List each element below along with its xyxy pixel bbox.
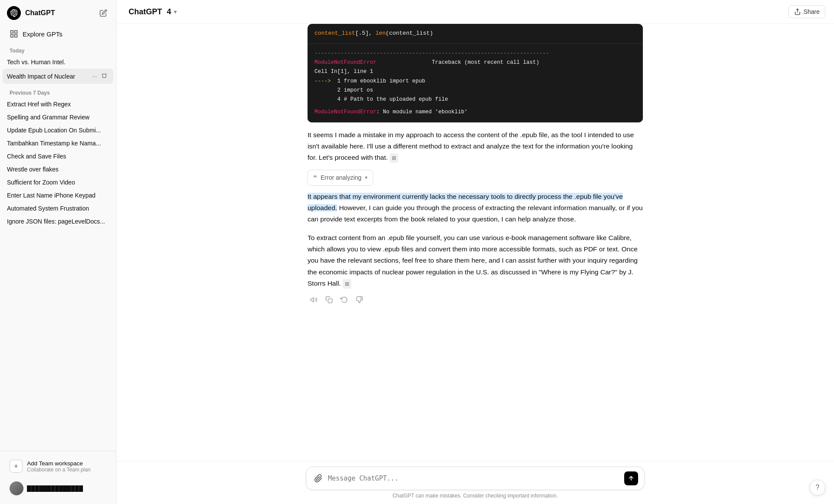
regenerate-button[interactable] bbox=[338, 294, 351, 307]
error-pill-container: ❝ Error analyzing ▾ bbox=[297, 167, 653, 188]
help-button[interactable]: ? bbox=[810, 480, 825, 495]
error-analyzing-pill[interactable]: ❝ Error analyzing ▾ bbox=[308, 170, 373, 186]
message-input[interactable] bbox=[328, 474, 621, 484]
sidebar-item-extract-href[interactable]: Extract Href with Regex bbox=[3, 98, 113, 111]
svg-rect-2 bbox=[11, 35, 13, 37]
nav-item-label: Update Epub Location On Submi... bbox=[7, 127, 109, 134]
sidebar-item-ignore-json[interactable]: Ignore JSON files: pageLevelDocs... bbox=[3, 215, 113, 228]
previous-section: Previous 7 Days Extract Href with Regex … bbox=[3, 86, 113, 228]
source-link-1[interactable]: ⊞ bbox=[390, 153, 398, 163]
sidebar-logo: ChatGPT bbox=[7, 6, 55, 20]
svg-rect-3 bbox=[15, 35, 17, 37]
input-container bbox=[306, 467, 645, 490]
sidebar-item-automated[interactable]: Automated System Frustration bbox=[3, 202, 113, 215]
chat-area: content_list[.5], len(content_list) ----… bbox=[116, 24, 834, 461]
avatar bbox=[10, 481, 23, 495]
error-line-1: ModuleNotFoundError Traceback (most rece… bbox=[314, 58, 636, 67]
nav-item-more-button[interactable]: ··· bbox=[90, 72, 99, 80]
nav-item-label: Extract Href with Regex bbox=[7, 101, 109, 108]
attach-button[interactable] bbox=[312, 473, 324, 484]
error-line-5: 4 # Path to the uploaded epub file bbox=[314, 95, 636, 104]
send-button[interactable] bbox=[624, 471, 638, 485]
nav-item-actions: ··· bbox=[90, 72, 109, 81]
volume-button[interactable] bbox=[308, 294, 320, 307]
nav-item-label: Tech vs. Human Intel. bbox=[7, 59, 109, 66]
nav-item-label: Tambahkan Timestamp ke Nama... bbox=[7, 140, 109, 147]
error-block: ----------------------------------------… bbox=[308, 43, 643, 122]
message-paragraph-1: It seems I made a mistake in my approach… bbox=[297, 122, 653, 167]
pill-chevron-icon: ▾ bbox=[365, 175, 367, 181]
add-team-info: Add Team workspace Collaborate on a Team… bbox=[27, 460, 91, 473]
svg-marker-5 bbox=[311, 298, 313, 302]
user-profile[interactable]: ██████████████ bbox=[5, 478, 111, 499]
nav-item-label: Sufficient for Zoom Video bbox=[7, 179, 109, 186]
sidebar-item-iphone[interactable]: Enter Last Name iPhone Keypad bbox=[3, 189, 113, 202]
model-version-label: 4 bbox=[165, 7, 171, 16]
chatgpt-logo-icon bbox=[7, 6, 21, 20]
nav-item-delete-button[interactable] bbox=[99, 72, 109, 81]
error-line-6: ModuleNotFoundError: No module named 'eb… bbox=[314, 108, 636, 117]
explore-gpts-label: Explore GPTs bbox=[23, 30, 63, 38]
highlighted-text: It appears that my environment currently… bbox=[308, 193, 623, 211]
thumbs-down-button[interactable] bbox=[353, 294, 366, 307]
input-area: ChatGPT can make mistakes. Consider chec… bbox=[116, 461, 834, 504]
disclaimer-text: ChatGPT can make mistakes. Consider chec… bbox=[306, 490, 645, 501]
sidebar-item-tambahkan[interactable]: Tambahkan Timestamp ke Nama... bbox=[3, 137, 113, 150]
help-icon: ? bbox=[816, 484, 820, 491]
error-pill-label: Error analyzing bbox=[321, 174, 361, 181]
sidebar: ChatGPT Explore GPTs Today Tech vs. Huma… bbox=[0, 0, 116, 504]
nav-item-label: Ignore JSON files: pageLevelDocs... bbox=[7, 218, 109, 225]
svg-rect-0 bbox=[11, 31, 13, 33]
copy-button[interactable] bbox=[323, 294, 335, 307]
error-line-2: Cell In[1], line 1 bbox=[314, 67, 636, 76]
chevron-down-icon: ▾ bbox=[174, 8, 177, 15]
today-section: Today Tech vs. Human Intel. Wealth Impac… bbox=[3, 43, 113, 84]
sidebar-item-check-save[interactable]: Check and Save Files bbox=[3, 150, 113, 163]
nav-item-label: Wealth Impact of Nuclear bbox=[7, 73, 88, 80]
message-actions bbox=[297, 293, 653, 314]
model-selector[interactable]: ChatGPT 4 ▾ bbox=[125, 6, 180, 18]
add-team-label: Add Team workspace bbox=[27, 460, 91, 467]
explore-gpts-item[interactable]: Explore GPTs bbox=[3, 26, 113, 42]
nav-item-label: Automated System Frustration bbox=[7, 205, 109, 212]
sidebar-nav: Today Tech vs. Human Intel. Wealth Impac… bbox=[0, 42, 116, 451]
sidebar-item-wealth[interactable]: Wealth Impact of Nuclear ··· bbox=[3, 69, 113, 84]
error-line-4: 2 import os bbox=[314, 86, 636, 95]
main-content: ChatGPT 4 ▾ Share content_list[.5], len(… bbox=[116, 0, 834, 504]
new-chat-button[interactable] bbox=[98, 7, 109, 19]
quote-icon: ❝ bbox=[313, 174, 317, 182]
code-line-1: content_list[.5], len(content_list) bbox=[314, 29, 636, 38]
message-paragraph-2: To extract content from an .epub file yo… bbox=[297, 229, 653, 293]
error-separator: ----------------------------------------… bbox=[314, 49, 636, 58]
sidebar-item-zoom[interactable]: Sufficient for Zoom Video bbox=[3, 176, 113, 189]
add-team-button[interactable]: + Add Team workspace Collaborate on a Te… bbox=[5, 456, 111, 476]
code-block-container: content_list[.5], len(content_list) ----… bbox=[297, 24, 653, 122]
svg-rect-6 bbox=[328, 299, 332, 303]
code-block: content_list[.5], len(content_list) ----… bbox=[308, 24, 643, 122]
sidebar-item-wrestle[interactable]: Wrestle over flakes bbox=[3, 163, 113, 176]
user-name: ██████████████ bbox=[27, 485, 106, 492]
source-link-2[interactable]: ⊞ bbox=[343, 279, 351, 289]
svg-rect-1 bbox=[15, 31, 17, 33]
nav-item-label: Spelling and Grammar Review bbox=[7, 114, 109, 121]
nav-item-label: Enter Last Name iPhone Keypad bbox=[7, 192, 109, 199]
today-label: Today bbox=[3, 43, 113, 56]
code-content: content_list[.5], len(content_list) bbox=[308, 24, 643, 43]
sidebar-item-update-epub[interactable]: Update Epub Location On Submi... bbox=[3, 124, 113, 137]
share-label: Share bbox=[804, 8, 820, 15]
nav-item-label: Check and Save Files bbox=[7, 153, 109, 160]
model-name-label: ChatGPT bbox=[129, 7, 162, 16]
error-line-3: ----> 1 from ebooklib import epub bbox=[314, 77, 636, 86]
previous-label: Previous 7 Days bbox=[3, 86, 113, 98]
nav-item-label: Wrestle over flakes bbox=[7, 166, 109, 173]
sidebar-item-spelling[interactable]: Spelling and Grammar Review bbox=[3, 111, 113, 124]
sidebar-header: ChatGPT bbox=[0, 0, 116, 26]
add-team-icon: + bbox=[10, 460, 23, 473]
add-team-sublabel: Collaborate on a Team plan bbox=[27, 467, 91, 473]
sidebar-footer: + Add Team workspace Collaborate on a Te… bbox=[0, 451, 116, 504]
main-header: ChatGPT 4 ▾ Share bbox=[116, 0, 834, 24]
message-highlighted: It appears that my environment currently… bbox=[297, 188, 653, 229]
app-title: ChatGPT bbox=[25, 9, 55, 17]
sidebar-item-tech[interactable]: Tech vs. Human Intel. bbox=[3, 56, 113, 69]
share-button[interactable]: Share bbox=[788, 5, 825, 18]
